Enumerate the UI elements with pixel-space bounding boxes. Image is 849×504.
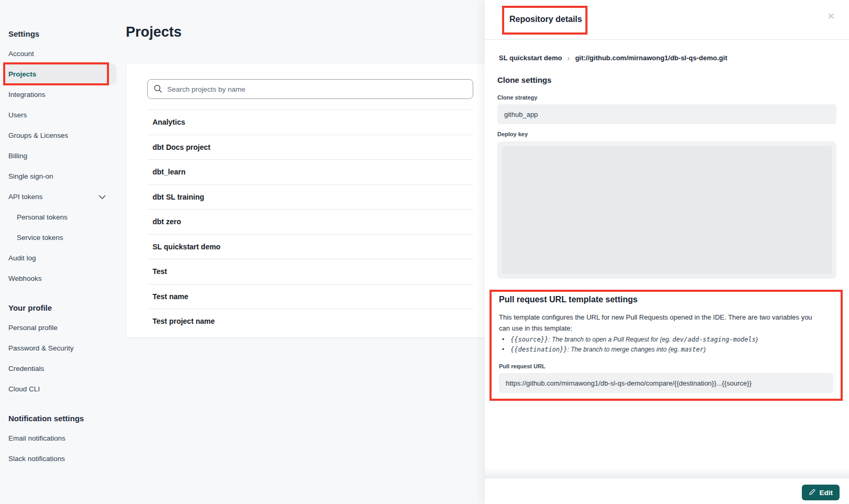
settings-sidebar: Settings Account Projects Integrations U… [0, 0, 126, 504]
project-row[interactable]: dbt SL training [147, 184, 473, 210]
edit-button[interactable]: Edit [802, 485, 840, 500]
sidebar-item-slack-notifications[interactable]: Slack notifications [4, 448, 116, 469]
sidebar-item-audit-log[interactable]: Audit log [4, 248, 116, 268]
sidebar-item-projects[interactable]: Projects [4, 64, 116, 84]
sidebar-item-personal-profile[interactable]: Personal profile [4, 317, 116, 338]
search-icon [154, 84, 162, 95]
sidebar-item-email-notifications[interactable]: Email notifications [4, 428, 116, 448]
pr-template-heading: Pull request URL template settings [499, 295, 833, 305]
pr-template-description: This template configures the URL for new… [499, 312, 824, 334]
projects-card: Analytics dbt Docs project dbt_learn dbt… [126, 63, 493, 338]
panel-footer: Edit [485, 478, 849, 504]
deploy-key-label: Deploy key [497, 131, 836, 138]
close-icon[interactable]: × [828, 10, 834, 22]
sidebar-item-account[interactable]: Account [4, 43, 116, 64]
project-row[interactable]: Analytics [147, 109, 473, 135]
repository-details-panel: Repository details × SL quickstart demo … [485, 0, 849, 504]
sidebar-item-billing[interactable]: Billing [4, 146, 116, 166]
clone-strategy-value: github_app [497, 104, 836, 124]
sidebar-item-api-tokens[interactable]: API tokens [4, 187, 116, 207]
pull-request-url-label: Pull request URL [499, 363, 833, 370]
project-row[interactable]: Test name [147, 284, 473, 309]
clone-settings-heading: Clone settings [497, 75, 836, 86]
breadcrumb: SL quickstart demo › git://github.com/mi… [497, 53, 836, 62]
project-row[interactable]: Test project name [147, 309, 473, 334]
breadcrumb-project-name: SL quickstart demo [499, 54, 562, 62]
project-row[interactable]: Test [147, 259, 473, 284]
sidebar-item-groups-licenses[interactable]: Groups & Licenses [4, 125, 116, 146]
page-title: Projects [126, 24, 182, 40]
sidebar-heading-your-profile: Your profile [8, 303, 126, 313]
pr-template-variables-list: {{source}}: The branch to open a Pull Re… [499, 335, 833, 355]
pr-variable-destination: {{destination}}: The branch to merge cha… [499, 345, 833, 355]
pencil-icon [809, 488, 816, 497]
sidebar-item-webhooks[interactable]: Webhooks [4, 268, 116, 289]
edit-button-label: Edit [820, 489, 833, 497]
sidebar-item-password-security[interactable]: Password & Security [4, 338, 116, 358]
sidebar-item-personal-tokens[interactable]: Personal tokens [4, 207, 116, 227]
deploy-key-box [497, 141, 836, 279]
sidebar-item-single-sign-on[interactable]: Single sign-on [4, 166, 116, 187]
sidebar-item-credentials[interactable]: Credentials [4, 358, 116, 379]
project-row[interactable]: dbt_learn [147, 159, 473, 184]
project-row[interactable]: dbt Docs project [147, 135, 473, 160]
breadcrumb-separator-icon: › [567, 53, 570, 62]
sidebar-item-integrations[interactable]: Integrations [4, 84, 116, 105]
clone-strategy-label: Clone strategy [497, 94, 836, 101]
breadcrumb-repo-url: git://github.com/mirnawong1/db-sl-qs-dem… [575, 54, 727, 62]
sidebar-heading-settings: Settings [8, 29, 126, 39]
deploy-key-redacted-value [502, 146, 832, 274]
pull-request-url-template-section: Pull request URL template settings This … [489, 290, 843, 401]
project-row[interactable]: dbt zero [147, 209, 473, 234]
project-row[interactable]: SL quickstart demo [147, 234, 473, 259]
chevron-down-icon [99, 193, 106, 201]
search-projects-input[interactable] [147, 79, 473, 99]
panel-title: Repository details [509, 15, 582, 24]
sidebar-item-users[interactable]: Users [4, 105, 116, 125]
search-projects [147, 79, 473, 99]
sidebar-heading-notification-settings: Notification settings [8, 414, 126, 423]
sidebar-item-cloud-cli[interactable]: Cloud CLI [4, 379, 116, 399]
project-list: Analytics dbt Docs project dbt_learn dbt… [147, 109, 473, 334]
pull-request-url-value: https://github.com/mirnawong1/db-sl-qs-d… [499, 373, 833, 393]
panel-header: Repository details × [485, 0, 849, 40]
pr-variable-source: {{source}}: The branch to open a Pull Re… [499, 335, 833, 345]
sidebar-item-service-tokens[interactable]: Service tokens [4, 227, 116, 248]
